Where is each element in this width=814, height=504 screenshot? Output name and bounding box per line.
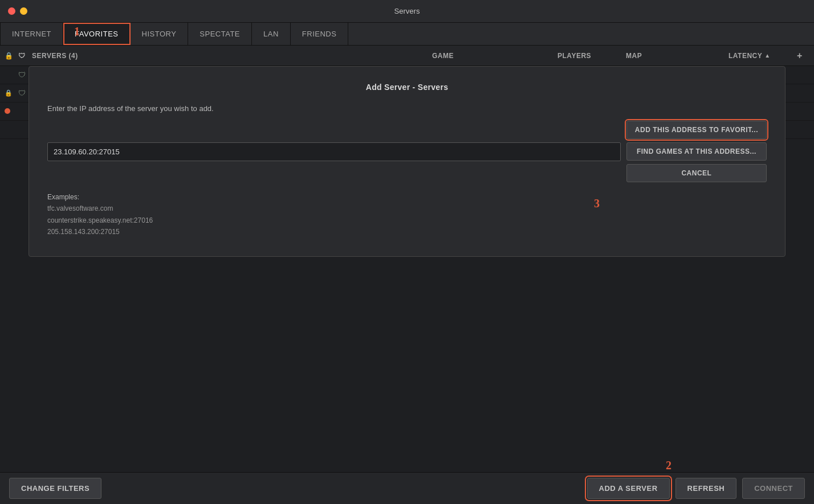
- add-a-server-button[interactable]: ADD A SERVER: [587, 478, 670, 499]
- refresh-button[interactable]: REFRESH: [675, 478, 737, 499]
- close-button[interactable]: [8, 7, 15, 15]
- connect-button[interactable]: CONNECT: [742, 478, 805, 499]
- status-dot-red: [5, 108, 10, 114]
- window-controls: [8, 7, 27, 15]
- bottom-left-actions: CHANGE FILTERS: [9, 478, 101, 499]
- tab-internet[interactable]: INTERNET: [0, 23, 63, 45]
- find-games-button[interactable]: FIND GAMES AT THIS ADDRESS...: [626, 142, 767, 161]
- dialog-input-row: ADD THIS ADDRESS TO FAVORIT... FIND GAME…: [47, 121, 767, 182]
- th-lock: 🔒: [2, 52, 16, 60]
- cancel-button[interactable]: CANCEL: [626, 164, 767, 182]
- th-add[interactable]: +: [795, 51, 812, 61]
- dialog-title: Add Server - Servers: [47, 83, 767, 92]
- tab-history[interactable]: HISTORY: [131, 23, 189, 45]
- tab-favorites[interactable]: FAVORITES: [63, 23, 131, 45]
- tab-friends[interactable]: FRIENDS: [291, 23, 349, 45]
- tab-spectate[interactable]: SPECTATE: [188, 23, 252, 45]
- minimize-button[interactable]: [20, 7, 27, 15]
- add-server-dialog: Add Server - Servers Enter the IP addres…: [29, 66, 785, 257]
- th-players[interactable]: PLAYERS: [555, 52, 624, 60]
- td-dot-3: [2, 107, 16, 116]
- annotation-2: 2: [666, 459, 671, 472]
- td-lock-2: 🔒: [2, 89, 16, 97]
- change-filters-button[interactable]: CHANGE FILTERS: [9, 478, 101, 499]
- sort-arrow-icon: ▲: [764, 52, 770, 59]
- table-header: 🔒 🛡 SERVERS (4) GAME PLAYERS MAP LATENCY…: [0, 46, 814, 66]
- window-title: Servers: [394, 7, 420, 15]
- bottom-bar: CHANGE FILTERS ADD A SERVER REFRESH CONN…: [0, 472, 814, 504]
- server-address-input[interactable]: [47, 142, 621, 161]
- tab-bar: INTERNET FAVORITES HISTORY SPECTATE LAN …: [0, 23, 814, 46]
- dialog-examples: Examples: tfc.valvesoftware.com counters…: [47, 191, 767, 238]
- shield-header-icon: 🛡: [18, 52, 26, 60]
- th-latency[interactable]: LATENCY ▲: [726, 52, 795, 60]
- td-shield-2: 🛡: [16, 89, 30, 97]
- lock-header-icon: 🔒: [5, 52, 14, 60]
- th-game[interactable]: GAME: [430, 52, 555, 60]
- tab-lan[interactable]: LAN: [252, 23, 291, 45]
- titlebar: Servers: [0, 0, 814, 23]
- th-servers[interactable]: SERVERS (4): [30, 52, 430, 60]
- td-shield-1: 🛡: [16, 71, 30, 79]
- dialog-action-buttons: ADD THIS ADDRESS TO FAVORIT... FIND GAME…: [626, 121, 767, 182]
- bottom-right-actions: ADD A SERVER REFRESH CONNECT: [587, 478, 805, 499]
- th-shield: 🛡: [16, 52, 30, 60]
- th-map[interactable]: MAP: [624, 52, 726, 60]
- dialog-description: Enter the IP address of the server you w…: [47, 104, 767, 113]
- add-to-favorites-button[interactable]: ADD THIS ADDRESS TO FAVORIT...: [626, 121, 767, 139]
